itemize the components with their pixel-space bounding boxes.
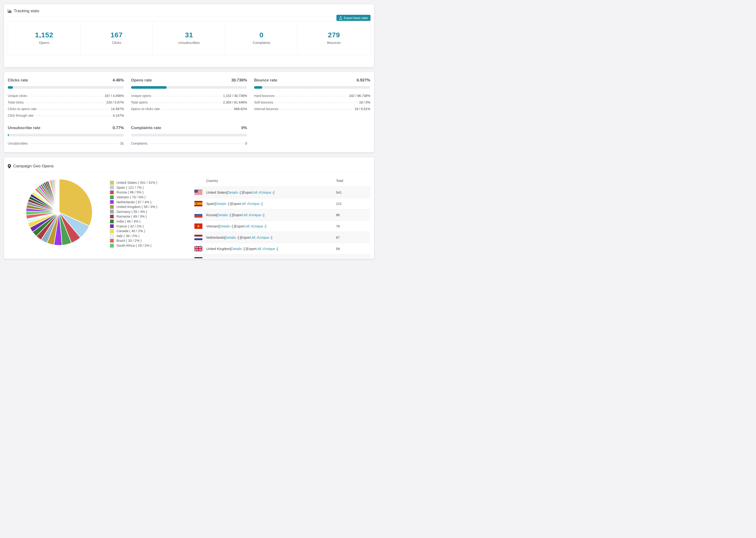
rate-stat-label: Unique clicks <box>8 94 27 97</box>
rate-stat-value: 167 / 4.456% <box>104 94 124 97</box>
details-link[interactable]: Details › <box>220 224 232 228</box>
rate-stat-value: 0 <box>245 142 247 145</box>
stat-value: 279 <box>298 31 370 39</box>
export-all-link[interactable]: All › <box>251 236 257 240</box>
rate-stat-label: Total opens <box>131 101 148 104</box>
rate-block: Clicks rate4.46%Unique clicks167 / 4.456… <box>8 78 124 117</box>
stat-label: Unsubscribes <box>153 41 225 45</box>
rate-title: Clicks rate <box>8 78 28 82</box>
legend-swatch <box>110 239 114 243</box>
legend-label: South Africa ( 29 / 2% ) <box>117 243 151 247</box>
rate-stat-row: Unique opens1,152 / 30.736% <box>131 94 247 97</box>
campaign-geo-opens-card: Campaign Geo Opens United States ( 541 /… <box>4 157 374 259</box>
rate-stat-value: 242 / 86.738% <box>349 94 370 97</box>
export-all-link[interactable]: All › <box>253 190 259 194</box>
legend-item: Canada ( 40 / 2% ) <box>110 229 157 234</box>
us-flag-icon <box>194 190 202 195</box>
export-unique-link[interactable]: Unique › <box>249 202 261 206</box>
rate-stat-value: 18 / 0% <box>359 101 370 104</box>
geo-pie-chart <box>25 178 93 258</box>
table-row: Spain [Details ›] [Export: All › / Uniqu… <box>194 198 370 209</box>
rate-title: Opens rate <box>131 78 152 82</box>
rate-stat-row: Total clicks220 / 5.87% <box>8 101 124 104</box>
export-basic-stats-button[interactable]: Export basic stats <box>337 15 370 21</box>
details-link[interactable]: Details › <box>217 213 230 217</box>
rate-stat-value: 689.82% <box>234 107 247 111</box>
bracket: ] [Export: <box>240 190 253 194</box>
pie-svg <box>25 178 93 246</box>
stats-box: 1,152Opens167Clicks31Unsubscribes0Compla… <box>8 21 370 55</box>
dotted-leader <box>276 96 348 96</box>
details-link[interactable]: Details › <box>221 258 234 258</box>
rate-stat-value: 220 / 5.87% <box>106 101 124 104</box>
country-cell: United States [Details ›] [Export: All ›… <box>194 190 336 195</box>
export-unique-link[interactable]: Unique › <box>260 190 273 194</box>
rate-percentage: 4.46% <box>112 78 124 82</box>
export-unique-link[interactable]: Unique › <box>252 224 265 228</box>
legend-item: United States ( 541 / 31% ) <box>110 180 157 185</box>
stat-value: 167 <box>81 31 153 39</box>
export-all-link[interactable]: All › <box>245 224 251 228</box>
rate-stat-row: Click through rate4.147% <box>8 114 124 117</box>
legend-label: Russia ( 86 / 5% ) <box>117 190 143 194</box>
rate-stat-value: 31 <box>120 142 124 145</box>
legend-item: Brazil ( 33 / 2% ) <box>110 238 157 243</box>
stat-label: Clicks <box>81 41 153 45</box>
total-cell: 86 <box>336 213 370 217</box>
es-flag-icon <box>194 201 202 206</box>
rate-title-row: Opens rate30.736% <box>131 78 247 82</box>
details-link[interactable]: Details › <box>216 202 228 206</box>
export-unique-link[interactable]: Unique › <box>258 236 271 240</box>
ru-flag-icon <box>194 212 202 218</box>
export-unique-link[interactable]: Unique › <box>264 247 277 251</box>
legend-swatch <box>110 200 114 204</box>
bracket: ] [Export: <box>234 258 247 258</box>
legend-item: Spain ( 121 / 7% ) <box>110 185 157 190</box>
rate-block: Bounce rate6.927%Hard bounces242 / 86.73… <box>254 78 370 117</box>
legend-swatch <box>110 195 114 199</box>
details-link[interactable]: Details › <box>228 190 240 194</box>
legend-item: Romania ( 49 / 3% ) <box>110 214 157 219</box>
rate-stat-label: Complaints <box>131 142 147 145</box>
rate-stat-label: Unsubscribes <box>8 142 28 145</box>
rate-title: Complaints rate <box>131 126 161 130</box>
legend-label: India ( 46 / 3% ) <box>117 219 140 223</box>
legend-swatch <box>110 205 114 209</box>
export-all-link[interactable]: All › <box>244 213 249 217</box>
rate-percentage: 0% <box>242 126 247 130</box>
rate-stat-row: Complaints0 <box>131 142 247 145</box>
bracket: ] <box>273 190 274 194</box>
country-name: United Kingdom <box>206 247 230 251</box>
bar-chart-icon <box>8 9 12 13</box>
dotted-leader <box>280 109 353 109</box>
export-unique-link[interactable]: Unique › <box>254 258 267 258</box>
stat-value: 0 <box>225 31 298 39</box>
rate-title-row: Bounce rate6.927% <box>254 78 370 82</box>
stat-cell: 0Complaints <box>225 21 298 55</box>
export-all-link[interactable]: All › <box>242 202 248 206</box>
rates-grid: Clicks rate4.46%Unique clicks167 / 4.456… <box>8 78 370 145</box>
page-title: Tracking stats <box>14 9 39 13</box>
rate-stat-row: Hard bounces242 / 86.738% <box>254 94 370 97</box>
legend-label: Canada ( 40 / 2% ) <box>117 229 145 233</box>
export-unique-link[interactable]: Unique › <box>250 213 263 217</box>
rate-percentage: 0.77% <box>112 126 124 130</box>
export-all-link[interactable]: All › <box>257 247 263 251</box>
export-all-link[interactable]: All › <box>247 258 253 258</box>
legend-label: Romania ( 49 / 3% ) <box>117 215 147 218</box>
legend-label: France ( 42 / 2% ) <box>117 224 144 228</box>
dotted-leader <box>162 109 233 109</box>
progress-bar <box>8 134 124 136</box>
country-cell: Russia [Details ›] [Export: All › / Uniq… <box>194 212 336 218</box>
bracket: ] [Export: <box>238 236 251 240</box>
legend-label: Vietnam ( 79 / 5% ) <box>117 195 145 199</box>
geo-header: Campaign Geo Opens <box>8 161 370 172</box>
details-link[interactable]: Details › <box>231 247 244 251</box>
table-row: United States [Details ›] [Export: All ›… <box>194 187 370 198</box>
country-cell: United Kingdom [Details ›] [Export: All … <box>194 246 336 251</box>
bracket: ] [Export: <box>228 202 242 206</box>
details-link[interactable]: Details › <box>225 236 238 240</box>
legend-swatch <box>110 210 114 214</box>
rate-block: Opens rate30.736%Unique opens1,152 / 30.… <box>131 78 247 117</box>
geo-table: Country Total United States [Details ›] … <box>194 172 370 258</box>
